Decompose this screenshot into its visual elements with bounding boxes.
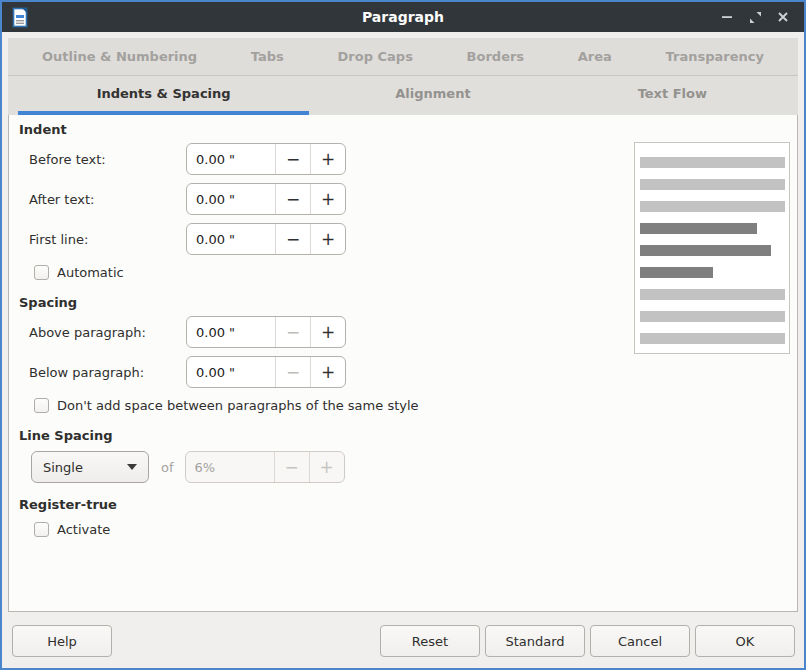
- line-spacing-row: Single of − +: [31, 451, 797, 483]
- dont-add-space-checkbox-row: Don't add space between paragraphs of th…: [34, 396, 797, 414]
- automatic-checkbox[interactable]: [34, 265, 49, 280]
- line-spacing-section-header: Line Spacing: [19, 427, 797, 445]
- preview-line: [640, 311, 785, 322]
- activate-checkbox[interactable]: [34, 522, 49, 537]
- preview-line: [640, 245, 771, 256]
- tab-text-flow[interactable]: Text Flow: [557, 76, 788, 115]
- first-line-input[interactable]: [187, 224, 275, 254]
- tab-row-secondary: Outline & Numbering Tabs Drop Caps Borde…: [8, 38, 798, 76]
- tab-area[interactable]: Area: [578, 49, 612, 64]
- below-paragraph-input[interactable]: [187, 357, 275, 387]
- preview-line: [640, 223, 757, 234]
- before-text-input[interactable]: [187, 144, 275, 174]
- writer-document-icon: [12, 7, 29, 28]
- tab-alignment[interactable]: Alignment: [309, 76, 556, 115]
- line-spacing-dropdown[interactable]: Single: [31, 451, 149, 483]
- preview-line: [640, 289, 785, 300]
- increment-button[interactable]: +: [311, 317, 345, 347]
- tab-tabs[interactable]: Tabs: [251, 49, 284, 64]
- decrement-button[interactable]: −: [276, 184, 310, 214]
- increment-button: +: [310, 452, 344, 482]
- window-title: Paragraph: [2, 9, 804, 25]
- decrement-button: −: [276, 317, 310, 347]
- titlebar: Paragraph: [2, 2, 804, 32]
- above-paragraph-spinner: − +: [186, 316, 346, 348]
- paragraph-dialog: Paragraph Outline & Numbering Tabs Dr: [0, 0, 806, 670]
- decrement-button[interactable]: −: [276, 224, 310, 254]
- preview-line: [640, 267, 713, 278]
- below-paragraph-label: Below paragraph:: [29, 365, 186, 380]
- decrement-button[interactable]: −: [276, 144, 310, 174]
- before-text-spinner: − +: [186, 143, 346, 175]
- chevron-down-icon: [127, 464, 137, 470]
- preview-line: [640, 201, 785, 212]
- below-paragraph-spinner: − +: [186, 356, 346, 388]
- before-text-label: Before text:: [29, 152, 186, 167]
- dont-add-space-label: Don't add space between paragraphs of th…: [57, 398, 419, 413]
- after-text-label: After text:: [29, 192, 186, 207]
- activate-label: Activate: [57, 522, 110, 537]
- first-line-label: First line:: [29, 232, 186, 247]
- indent-section-header: Indent: [19, 121, 797, 139]
- automatic-label: Automatic: [57, 265, 124, 280]
- line-spacing-value-spinner: − +: [185, 451, 345, 483]
- dialog-footer: Help Reset Standard Cancel OK: [2, 612, 804, 668]
- tab-borders[interactable]: Borders: [467, 49, 525, 64]
- decrement-button: −: [276, 357, 310, 387]
- dont-add-space-checkbox[interactable]: [34, 398, 49, 413]
- preview-pane: [634, 142, 790, 354]
- line-spacing-selected: Single: [43, 460, 127, 475]
- window-controls: [716, 6, 794, 28]
- after-text-input[interactable]: [187, 184, 275, 214]
- above-paragraph-input[interactable]: [187, 317, 275, 347]
- above-paragraph-label: Above paragraph:: [29, 325, 186, 340]
- below-paragraph-row: Below paragraph: − +: [29, 356, 797, 388]
- increment-button[interactable]: +: [311, 357, 345, 387]
- indents-spacing-page: Indent Before text: − + After text: − +: [8, 115, 798, 612]
- increment-button[interactable]: +: [311, 224, 345, 254]
- standard-button[interactable]: Standard: [485, 625, 585, 657]
- tab-strip: Outline & Numbering Tabs Drop Caps Borde…: [8, 38, 798, 115]
- cancel-button[interactable]: Cancel: [590, 625, 690, 657]
- tab-row-primary: Indents & Spacing Alignment Text Flow: [8, 76, 798, 115]
- activate-checkbox-row: Activate: [34, 520, 797, 538]
- tab-drop-caps[interactable]: Drop Caps: [338, 49, 413, 64]
- after-text-spinner: − +: [186, 183, 346, 215]
- tab-indents-spacing[interactable]: Indents & Spacing: [18, 76, 309, 115]
- decrement-button: −: [275, 452, 309, 482]
- window-restore-icon[interactable]: [744, 6, 766, 28]
- of-label: of: [161, 460, 174, 475]
- window-close-icon[interactable]: [772, 6, 794, 28]
- reset-button[interactable]: Reset: [380, 625, 480, 657]
- preview-line: [640, 333, 785, 344]
- tab-transparency[interactable]: Transparency: [666, 49, 764, 64]
- line-spacing-value-input: [186, 452, 274, 482]
- ok-button[interactable]: OK: [695, 625, 795, 657]
- increment-button[interactable]: +: [311, 184, 345, 214]
- first-line-spinner: − +: [186, 223, 346, 255]
- preview-line: [640, 157, 785, 168]
- tab-outline-numbering[interactable]: Outline & Numbering: [42, 49, 197, 64]
- help-button[interactable]: Help: [12, 625, 112, 657]
- window-minimize-icon[interactable]: [716, 6, 738, 28]
- increment-button[interactable]: +: [311, 144, 345, 174]
- preview-line: [640, 179, 785, 190]
- register-true-section-header: Register-true: [19, 496, 797, 514]
